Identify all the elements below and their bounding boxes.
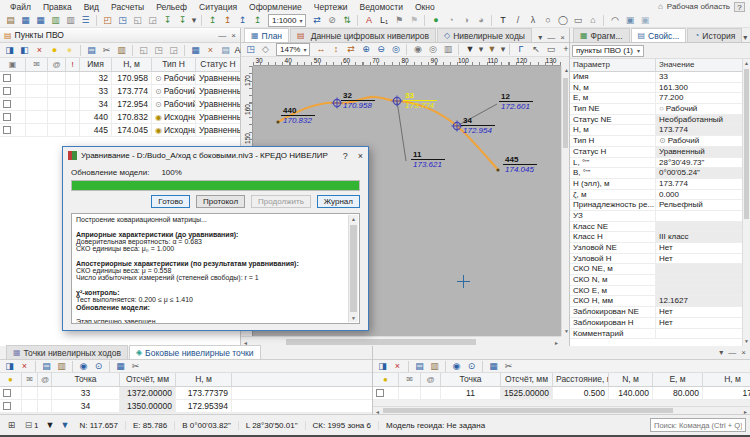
column-header[interactable]: Н, м xyxy=(176,373,232,386)
lasso-select-icon[interactable]: ◇ xyxy=(258,43,273,56)
column-header[interactable]: @ xyxy=(38,373,52,386)
add-row-icon[interactable]: ◨ xyxy=(2,44,17,57)
disable-point-icon[interactable]: ● xyxy=(62,44,77,57)
paste-icon[interactable]: ▥ xyxy=(54,360,69,373)
menu-item[interactable]: Рельеф xyxy=(150,2,193,12)
column-header[interactable]: Параметр xyxy=(570,59,656,71)
table-export-icon[interactable]: ✂ xyxy=(501,360,516,373)
minimize-icon[interactable]: ― xyxy=(547,33,555,42)
scrollbar-thumb[interactable] xyxy=(286,339,476,345)
column-header[interactable]: Точка xyxy=(52,373,120,386)
pan-icon[interactable]: ↔ xyxy=(313,43,328,56)
import-data-icon[interactable]: ▥ xyxy=(48,14,63,27)
table-row[interactable]: 331372.00000173.77379 xyxy=(0,387,372,400)
image-frame-icon[interactable]: ▣ xyxy=(637,14,652,27)
circle-tool-icon[interactable]: ◯ xyxy=(555,14,570,27)
close-icon[interactable]: × xyxy=(741,348,746,357)
zoom-window-icon[interactable]: ◎ xyxy=(425,43,440,56)
tab-properties[interactable]: ▤ Свойс... xyxy=(631,28,687,42)
filter-icon[interactable]: ▼ xyxy=(42,419,57,432)
row-checkbox[interactable] xyxy=(3,100,11,108)
scrollbar-thumb[interactable] xyxy=(563,78,568,148)
table-row[interactable]: E, м77.200 xyxy=(570,93,743,104)
filter-elements-arrow[interactable]: ▾ xyxy=(499,43,506,56)
tab-history[interactable]: ◔ История xyxy=(687,28,742,42)
export-dxf-icon[interactable]: ↥ xyxy=(220,14,235,27)
scale-select[interactable]: 1:1000 ▾ xyxy=(268,14,306,27)
zoom-select[interactable]: 147% ▾ xyxy=(276,43,310,56)
table-row[interactable]: H (элл), м173.774 xyxy=(570,179,743,190)
column-header[interactable]: Н, м xyxy=(703,373,750,386)
column-header[interactable]: @ xyxy=(421,373,441,386)
table-row[interactable]: ζ, м0.000 xyxy=(570,190,743,201)
chevron-down-icon[interactable]: ▾ xyxy=(743,33,747,42)
zoom-out-icon[interactable]: ⊖ xyxy=(373,43,388,56)
table-row[interactable]: Комментарий xyxy=(570,329,743,340)
table-row[interactable]: Статус NEНеобработанный xyxy=(570,115,743,126)
import-txt-file-icon[interactable]: ↧ xyxy=(175,14,190,27)
column-header[interactable]: ✉ xyxy=(26,58,48,71)
rotate-right-icon[interactable]: ◕ xyxy=(473,14,488,27)
menu-item[interactable]: Расчеты xyxy=(105,2,150,12)
protocol-button[interactable]: Протокол xyxy=(196,195,245,208)
flag-icon[interactable]: ⚑ xyxy=(391,14,406,27)
find-icon[interactable]: ◉ xyxy=(76,360,91,373)
table-row[interactable]: СКО NE, м xyxy=(570,264,743,275)
table-row[interactable]: Заблокирован HНет xyxy=(570,318,743,329)
windows-list-icon[interactable]: ⊞ xyxy=(4,419,19,432)
pin-icon[interactable]: ⌂ xyxy=(658,2,663,11)
adjustment-log[interactable]: Построение ковариационной матрицы... Апр… xyxy=(71,213,360,324)
minimize-icon[interactable]: ― xyxy=(728,348,736,357)
column-header[interactable]: Отсчёт, мм xyxy=(120,373,176,386)
log-scrollbar[interactable]: ▲ ▼ xyxy=(348,215,358,322)
clear-filter-icon[interactable]: × xyxy=(203,44,218,57)
rotate-left-icon[interactable]: ◔ xyxy=(443,14,458,27)
table-row[interactable]: УЗ xyxy=(570,211,743,222)
layers-icon[interactable]: ▥ xyxy=(440,43,455,56)
filter-active-icon[interactable]: ▼ xyxy=(57,419,72,432)
table-row[interactable]: Принадлежность ре...Рельефный xyxy=(570,200,743,211)
horizontal-scrollbar[interactable]: ◄ ► xyxy=(373,406,750,414)
zoom-in-icon[interactable]: ⊕ xyxy=(358,43,373,56)
scroll-down-icon[interactable]: ▼ xyxy=(349,314,358,322)
vertical-scrollbar[interactable]: ▲ ▼ xyxy=(561,66,569,336)
column-header[interactable]: ✉ xyxy=(22,373,38,386)
select-frame-icon[interactable]: ◳ xyxy=(151,44,166,57)
properties-scrollbar[interactable]: ▲ ▼ xyxy=(742,59,750,346)
row-checkbox[interactable] xyxy=(376,389,384,397)
chevron-down-icon[interactable]: ▾ xyxy=(538,33,542,42)
cut-icon[interactable]: ✂ xyxy=(99,44,114,57)
table-row[interactable]: L, °'"28°30'49.73" xyxy=(570,158,743,169)
scrollbar-thumb[interactable] xyxy=(350,225,357,312)
pan-free-icon[interactable]: ⇄ xyxy=(343,43,358,56)
row-checkbox[interactable] xyxy=(3,113,11,121)
import-raster-icon[interactable]: ◳ xyxy=(115,14,130,27)
line-tool-icon[interactable]: / xyxy=(510,14,525,27)
save-icon[interactable]: ▦ xyxy=(18,14,33,27)
copy-icon[interactable]: ▤ xyxy=(84,44,99,57)
filter-icon[interactable]: ▼ xyxy=(462,43,477,56)
column-header[interactable]: N, м xyxy=(609,373,653,386)
column-header[interactable]: ! xyxy=(66,58,80,71)
rect-capture-icon[interactable]: ▭ xyxy=(543,43,558,56)
table-row[interactable]: Тип H⊙Рабочий xyxy=(570,136,743,147)
scrollbar-thumb[interactable] xyxy=(744,69,749,219)
tab-plan[interactable]: ▦ План xyxy=(244,28,289,42)
menu-item[interactable]: Правка xyxy=(37,2,78,12)
recalculate-icon[interactable]: ⇄ xyxy=(309,14,324,27)
row-checkbox[interactable] xyxy=(3,126,11,134)
tab-side-points[interactable]: ◈ Боковые нивелирные точки xyxy=(129,345,261,359)
menu-item[interactable]: Файл xyxy=(4,2,37,12)
zoom-all-icon[interactable]: ◎ xyxy=(388,43,403,56)
paste-icon[interactable]: ▥ xyxy=(427,360,442,373)
polyline-tool-icon[interactable]: λ xyxy=(525,14,540,27)
column-header[interactable]: E, м xyxy=(653,373,703,386)
dialog-titlebar[interactable]: Уравнивание - D:/Budo_A/ход с боковыми.n… xyxy=(63,147,368,164)
disable-measure-icon[interactable]: ⊘ xyxy=(324,14,339,27)
menu-item[interactable]: Оформление xyxy=(243,2,308,12)
selection-scope-select[interactable]: пункты ПВО (1) ▾ xyxy=(572,45,644,57)
column-header[interactable]: ✉ xyxy=(399,373,421,386)
table-row[interactable]: Заблокирован NEНет xyxy=(570,307,743,318)
find-next-icon[interactable]: ⊙ xyxy=(91,360,106,373)
scroll-up-icon[interactable]: ▲ xyxy=(349,215,358,223)
